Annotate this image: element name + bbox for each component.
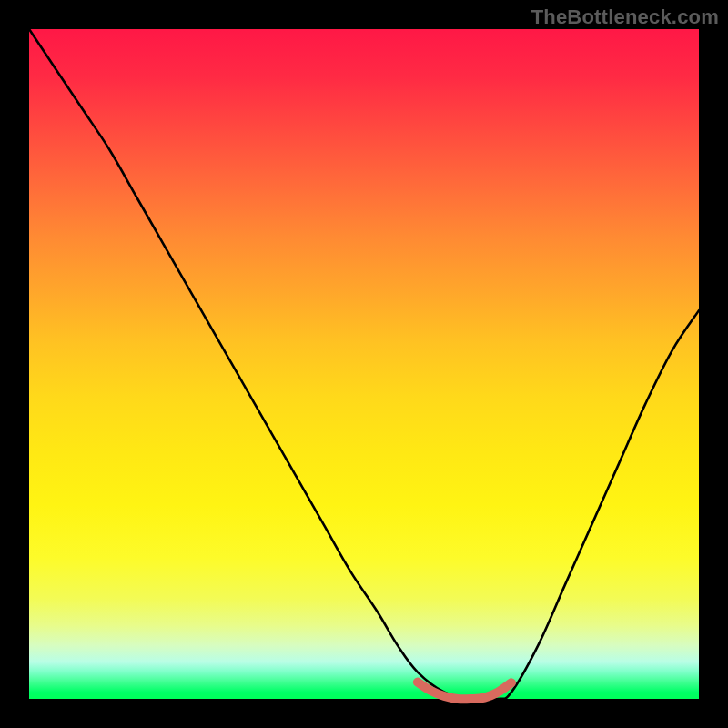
curve-layer (29, 29, 699, 699)
plot-area (29, 29, 699, 699)
chart-container: TheBottleneck.com (0, 0, 728, 728)
black-curve (29, 29, 699, 700)
watermark-label: TheBottleneck.com (531, 5, 719, 29)
